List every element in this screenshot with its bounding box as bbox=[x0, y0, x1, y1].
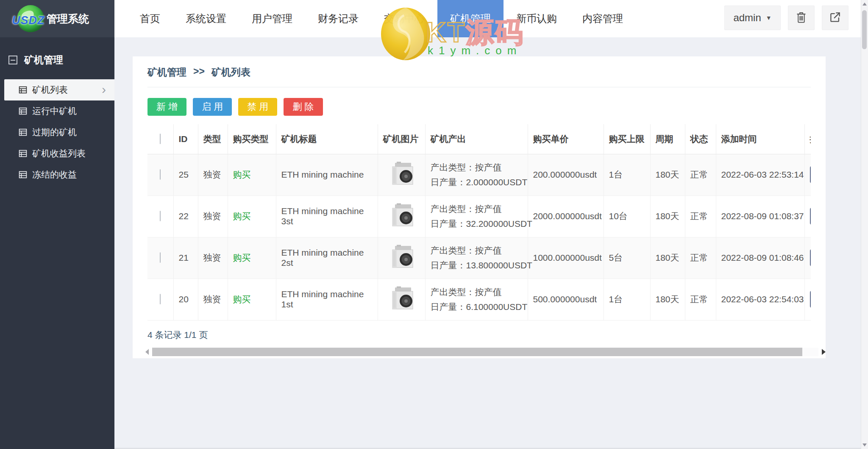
cell-status: 正常 bbox=[685, 279, 716, 320]
cell-title: ETH mining machine bbox=[276, 154, 378, 195]
cell-buy-type: 购买 bbox=[228, 154, 276, 195]
collapse-minus-icon[interactable] bbox=[8, 56, 17, 64]
select-all-checkbox[interactable] bbox=[160, 134, 161, 144]
sidebar-item-label: 冻结的收益 bbox=[32, 169, 77, 181]
cell-title: ETH mining machine 3st bbox=[276, 195, 378, 237]
cell-output-type: 产出类型：按产值 bbox=[431, 160, 528, 175]
cell-status: 正常 bbox=[685, 237, 716, 279]
logout-icon bbox=[829, 11, 841, 25]
table-row: 22 独资 购买 ETH mining machine 3st bbox=[147, 195, 811, 237]
admin-label: admin bbox=[733, 12, 761, 24]
row-checkbox[interactable] bbox=[160, 211, 161, 221]
col-header-type: 类型 bbox=[198, 124, 228, 154]
brand-title: 管理系统 bbox=[47, 12, 89, 26]
cell-id: 25 bbox=[173, 154, 198, 195]
col-header-actions: 操作 bbox=[804, 124, 811, 154]
horizontal-scroll-thumb[interactable] bbox=[152, 348, 802, 356]
main-card: 矿机管理 >> 矿机列表 新 增 启 用 禁 用 删 除 bbox=[133, 56, 826, 358]
cell-type: 独资 bbox=[198, 154, 228, 195]
col-header-price: 购买单价 bbox=[528, 124, 604, 154]
list-icon bbox=[19, 107, 27, 115]
sidebar-item-miner-list[interactable]: 矿机列表 › bbox=[4, 79, 114, 100]
cell-buy-type: 购买 bbox=[228, 195, 276, 237]
nav-item-user-management[interactable]: 用户管理 bbox=[239, 0, 305, 37]
disable-button[interactable]: 禁 用 bbox=[238, 98, 277, 116]
cell-title: ETH mining machine 2st bbox=[276, 237, 378, 279]
nav-item-trade-center[interactable]: 交易中心 bbox=[371, 0, 437, 37]
horizontal-scrollbar[interactable] bbox=[145, 347, 826, 357]
nav-item-miner-management[interactable]: 矿机管理 bbox=[437, 0, 504, 37]
nav-item-finance-records[interactable]: 财务记录 bbox=[305, 0, 371, 37]
cell-limit: 10台 bbox=[604, 195, 650, 237]
vertical-scrollbar[interactable] bbox=[861, 0, 868, 449]
list-icon bbox=[19, 128, 27, 137]
edit-button[interactable]: 编辑 bbox=[810, 208, 811, 225]
cell-price: 500.000000usdt bbox=[528, 279, 604, 320]
delete-button[interactable]: 删 除 bbox=[284, 98, 323, 116]
cell-id: 22 bbox=[173, 195, 198, 237]
cell-id: 21 bbox=[173, 237, 198, 279]
cell-output-type: 产出类型：按产值 bbox=[431, 284, 528, 299]
scroll-up-arrow-icon[interactable] bbox=[862, 3, 867, 6]
vertical-scroll-thumb[interactable] bbox=[862, 10, 867, 49]
cell-type: 独资 bbox=[198, 237, 228, 279]
breadcrumb-separator: >> bbox=[193, 66, 205, 79]
row-checkbox[interactable] bbox=[160, 294, 161, 304]
row-checkbox[interactable] bbox=[160, 252, 161, 263]
sidebar-item-label: 矿机收益列表 bbox=[32, 148, 86, 159]
chevron-right-icon: › bbox=[102, 82, 106, 97]
list-icon bbox=[19, 170, 27, 179]
sidebar-item-running-miners[interactable]: 运行中矿机 bbox=[0, 100, 114, 122]
col-header-title: 矿机标题 bbox=[276, 124, 378, 154]
edit-button[interactable]: 编辑 bbox=[810, 291, 811, 308]
row-checkbox[interactable] bbox=[160, 169, 161, 180]
scroll-right-arrow-icon[interactable] bbox=[822, 349, 826, 355]
table-row: 20 独资 购买 ETH mining machine 1st bbox=[147, 279, 811, 320]
miner-photo bbox=[383, 161, 425, 188]
cell-buy-type: 购买 bbox=[228, 279, 276, 320]
miner-table: ID 类型 购买类型 矿机标题 矿机图片 矿机产出 购买单价 购买上限 周期 状… bbox=[147, 124, 811, 321]
cell-price: 1000.000000usdt bbox=[528, 237, 604, 279]
cell-buy-type: 购买 bbox=[228, 237, 276, 279]
edit-button[interactable]: 编辑 bbox=[810, 249, 811, 266]
brand-logo: USDZ bbox=[13, 4, 46, 33]
miner-photo bbox=[383, 244, 425, 271]
cell-title: ETH mining machine 1st bbox=[276, 279, 378, 320]
scroll-left-arrow-icon[interactable] bbox=[145, 349, 149, 355]
cell-cycle: 180天 bbox=[650, 237, 685, 279]
sidebar-item-miner-income-list[interactable]: 矿机收益列表 bbox=[0, 143, 114, 164]
cell-output-type: 产出类型：按产值 bbox=[431, 201, 528, 216]
col-header-buy-type: 购买类型 bbox=[228, 124, 276, 154]
table-header-row: ID 类型 购买类型 矿机标题 矿机图片 矿机产出 购买单价 购买上限 周期 状… bbox=[147, 124, 811, 154]
horizontal-scroll-track[interactable] bbox=[152, 348, 818, 356]
sidebar-item-frozen-income[interactable]: 冻结的收益 bbox=[0, 164, 114, 185]
add-button[interactable]: 新 增 bbox=[147, 98, 186, 116]
chevron-down-icon: ▼ bbox=[766, 14, 772, 21]
nav-item-newcoin-subscription[interactable]: 新币认购 bbox=[504, 0, 570, 37]
divider bbox=[147, 87, 811, 87]
col-header-id: ID bbox=[173, 124, 198, 154]
breadcrumb-current: 矿机列表 bbox=[211, 66, 250, 79]
scroll-down-arrow-icon[interactable] bbox=[862, 443, 867, 446]
cell-daily-output: 日产量：13.800000USDT bbox=[431, 258, 528, 273]
sidebar-section-header[interactable]: 矿机管理 bbox=[0, 37, 114, 79]
logout-button[interactable] bbox=[822, 6, 849, 30]
cell-daily-output: 日产量：6.100000USDT bbox=[431, 299, 528, 314]
nav-item-home[interactable]: 首页 bbox=[127, 0, 173, 37]
cell-daily-output: 日产量：32.200000USDT bbox=[431, 216, 528, 231]
sidebar-item-expired-miners[interactable]: 过期的矿机 bbox=[0, 122, 114, 143]
cell-added: 2022-06-03 22:54:03 bbox=[716, 279, 804, 320]
miner-photo bbox=[383, 286, 425, 313]
nav-item-content-management[interactable]: 内容管理 bbox=[570, 0, 636, 37]
nav-item-system-settings[interactable]: 系统设置 bbox=[173, 0, 239, 37]
cell-price: 200.000000usdt bbox=[528, 154, 604, 195]
cell-id: 20 bbox=[173, 279, 198, 320]
sidebar-item-label: 运行中矿机 bbox=[32, 105, 77, 117]
cell-price: 2000.000000usdt bbox=[528, 195, 604, 237]
clear-cache-button[interactable] bbox=[788, 6, 815, 30]
edit-button[interactable]: 编辑 bbox=[810, 166, 811, 183]
cell-status: 正常 bbox=[685, 195, 716, 237]
cell-cycle: 180天 bbox=[650, 279, 685, 320]
enable-button[interactable]: 启 用 bbox=[193, 98, 232, 116]
admin-dropdown[interactable]: admin ▼ bbox=[724, 6, 781, 30]
